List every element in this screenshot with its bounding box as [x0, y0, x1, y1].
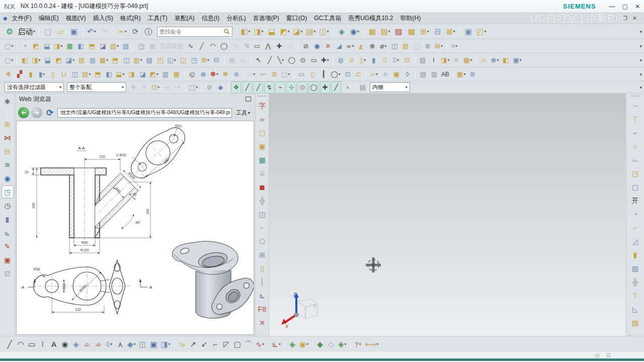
menu-item[interactable]: 文件(F) [8, 13, 35, 24]
analysis[interactable]: ❋ [220, 68, 230, 80]
maximize-button[interactable]: ▢ [622, 3, 628, 10]
dropdown-arrow-icon[interactable]: ▾ [314, 29, 316, 34]
feature-tool[interactable]: ⌐ [629, 221, 641, 234]
menu-item[interactable]: GC工具箱 [310, 13, 345, 24]
select[interactable]: ↖ [254, 54, 264, 66]
dropdown-arrow-icon[interactable]: ▾ [140, 58, 142, 62]
tool[interactable]: ▥ [160, 68, 171, 80]
scale-tool[interactable]: ▯ [256, 262, 268, 275]
quick-trim[interactable]: ⊘ [301, 40, 311, 52]
dropdown-arrow-icon[interactable]: ▾ [288, 72, 290, 76]
constraint[interactable]: ⊕ [367, 40, 377, 52]
clip-section-tool[interactable]: ✕ [256, 316, 268, 329]
pad[interactable]: ◫ [121, 54, 131, 66]
dropdown-arrow-icon[interactable]: ▾ [249, 29, 251, 34]
process-studio-icon[interactable]: ▮ [2, 213, 14, 225]
dropdown-arrow-icon[interactable]: ▾ [94, 29, 96, 34]
dropdown-arrow-icon[interactable]: ▾ [306, 342, 308, 346]
tool[interactable]: ⌗ [380, 68, 390, 80]
snap-point-on-surface[interactable]: ╱ [331, 81, 341, 94]
tool[interactable]: ◧ [104, 68, 114, 80]
dropdown-arrow-icon[interactable]: ▾ [455, 44, 457, 48]
intersect[interactable]: ◳ [189, 54, 199, 66]
sketch-ellipse[interactable]: ◇ [285, 40, 295, 52]
snap-intersection[interactable]: ⌁ [275, 81, 285, 94]
history-icon[interactable]: ◷ [2, 199, 14, 212]
menu-item[interactable]: 分析(L) [223, 13, 250, 24]
text-tool[interactable]: A [49, 338, 59, 351]
toolbar-overflow-button[interactable]: ▾ [639, 85, 642, 90]
rect-assoc[interactable]: ▢ [232, 338, 243, 351]
menu-item[interactable]: 首选项(P) [250, 13, 283, 24]
cylinder[interactable]: ◩ [54, 54, 64, 66]
url-input[interactable] [57, 108, 232, 118]
toolbar-overflow-button[interactable]: ▾ [639, 29, 642, 34]
dropdown-arrow-icon[interactable]: ▾ [253, 72, 255, 76]
spline-tool[interactable]: ⌇ [38, 338, 48, 351]
subtract[interactable]: ◲ [178, 54, 188, 66]
view-orient[interactable]: ◉▾ [349, 25, 361, 38]
feature-tool[interactable]: ▧ [629, 316, 641, 329]
layout-tool[interactable]: ⊞ [256, 248, 268, 261]
intersect-curve[interactable]: ◨▾ [160, 338, 172, 351]
dropdown-arrow-icon[interactable]: ▾ [327, 29, 329, 34]
tool[interactable]: ◨▾ [53, 40, 63, 52]
dropdown-arrow-icon[interactable]: ▾ [470, 58, 472, 62]
menu-item[interactable]: 装配(A) [171, 13, 198, 24]
panel-restore-icon[interactable] [246, 97, 251, 102]
web-browser-content[interactable]: A-A 120 20 240 Φ90 Φ120 Φ100 Φ60 20 45° … [16, 121, 254, 335]
rectangle-tool[interactable]: ▭ [27, 338, 37, 351]
patch[interactable]: ⊡ [402, 54, 412, 66]
dropdown-arrow-icon[interactable]: ▾ [288, 29, 290, 34]
point[interactable]: ⊙ [298, 54, 308, 66]
hole[interactable]: ▥ [88, 54, 98, 66]
plane[interactable]: ◇ [326, 338, 336, 351]
sketch-rectangle[interactable]: ▭ [252, 40, 262, 52]
snap-existing-point[interactable]: ◯ [308, 81, 319, 94]
dropdown-arrow-icon[interactable]: ▾ [117, 44, 119, 48]
finish-sketch-button[interactable]: 完成草图 [158, 40, 185, 52]
forward-button[interactable]: ➜ [31, 107, 42, 118]
boss[interactable]: ▦▾ [99, 54, 109, 66]
snap-arc-center[interactable]: ⊹ [286, 81, 296, 94]
snap-control-point[interactable]: ↯ [264, 81, 274, 94]
dropdown-arrow-icon[interactable]: ▾ [169, 342, 171, 346]
boolean[interactable]: ⊠▾ [445, 25, 457, 38]
tool[interactable]: ≣ [467, 68, 477, 80]
sketch-circle[interactable]: ◯ [219, 40, 229, 52]
menu-item[interactable]: 帮助(H) [396, 13, 424, 24]
dropdown-arrow-icon[interactable]: ▾ [43, 72, 45, 76]
child-close-button[interactable]: ✕ [632, 15, 637, 22]
dropdown-arrow-icon[interactable]: ▾ [520, 58, 522, 62]
datum-csys[interactable]: ⊾▾ [271, 338, 282, 351]
graphics-window[interactable]: Z X Y [269, 94, 626, 336]
tool[interactable]: ▢▾ [4, 54, 14, 66]
shell[interactable]: ⊞▾ [200, 54, 210, 66]
tool[interactable]: ◊ [403, 68, 413, 80]
menu-item[interactable]: 窗口(O) [283, 13, 310, 24]
brush-tool[interactable]: ⌸ [256, 167, 268, 179]
corner-tool[interactable]: ⌐ [256, 221, 268, 234]
diameter-dim[interactable]: ⌀▾ [378, 40, 388, 52]
sketch-point[interactable]: ✚ [274, 40, 284, 52]
command-finder[interactable] [157, 27, 232, 37]
grid-tool[interactable]: ╬ [256, 194, 268, 207]
snap-point-on-curve[interactable]: ✚ [320, 81, 330, 94]
circle[interactable]: ◯ [287, 54, 297, 66]
part-navigator-icon[interactable]: ⊟ [2, 145, 14, 157]
dropdown-arrow-icon[interactable]: ▾ [207, 58, 209, 62]
feature-cube[interactable]: ◫▾ [318, 25, 330, 38]
redo[interactable]: ↷ [99, 25, 111, 38]
tool[interactable]: ≣ [423, 40, 433, 52]
ellipse-tool[interactable]: ◉ [60, 338, 70, 351]
pattern-curve[interactable]: ◊▾ [104, 338, 114, 351]
tool[interactable]: ▭ [296, 68, 306, 80]
expr[interactable]: ▤ [418, 54, 428, 66]
dropdown-arrow-icon[interactable]: ▾ [125, 29, 127, 34]
dropdown-arrow-icon[interactable]: ▾ [11, 58, 13, 62]
dropdown-arrow-icon[interactable]: ▾ [463, 72, 465, 76]
polygon-tool[interactable]: ⬠ [256, 235, 268, 247]
sketch-line[interactable]: ╱ [197, 40, 207, 52]
tool[interactable]: ▯ [48, 68, 58, 80]
vector[interactable]: ◆ [315, 338, 325, 351]
